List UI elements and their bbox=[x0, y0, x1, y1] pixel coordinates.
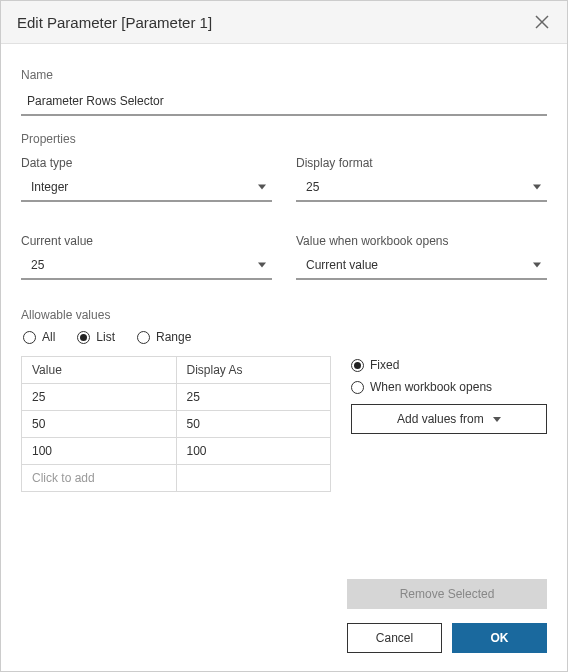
value-when-open-value: Current value bbox=[306, 258, 378, 272]
cell-add[interactable]: Click to add bbox=[22, 465, 177, 492]
dialog-title: Edit Parameter [Parameter 1] bbox=[17, 14, 212, 31]
allowable-radio-group: All List Range bbox=[23, 330, 547, 344]
values-table[interactable]: Value Display As 25 25 50 50 bbox=[21, 356, 331, 492]
cell-value[interactable]: 25 bbox=[22, 384, 177, 411]
titlebar: Edit Parameter [Parameter 1] bbox=[1, 1, 567, 44]
chevron-down-icon bbox=[258, 185, 266, 190]
radio-all[interactable]: All bbox=[23, 330, 55, 344]
dialog-body: Name Properties Data type Integer Displa… bbox=[1, 44, 567, 569]
close-icon[interactable] bbox=[533, 13, 551, 31]
radio-when-open[interactable]: When workbook opens bbox=[351, 380, 547, 394]
col-display: Display As bbox=[176, 357, 331, 384]
data-type-value: Integer bbox=[31, 180, 68, 194]
col-value: Value bbox=[22, 357, 177, 384]
cell-value[interactable]: 100 bbox=[22, 438, 177, 465]
radio-all-label: All bbox=[42, 330, 55, 344]
dialog-footer: Remove Selected Cancel OK bbox=[1, 569, 567, 671]
edit-parameter-dialog: Edit Parameter [Parameter 1] Name Proper… bbox=[0, 0, 568, 672]
chevron-down-icon bbox=[533, 185, 541, 190]
radio-list-label: List bbox=[96, 330, 115, 344]
cell-value[interactable]: 50 bbox=[22, 411, 177, 438]
display-format-value: 25 bbox=[306, 180, 319, 194]
current-value-label: Current value bbox=[21, 234, 272, 248]
cell-display[interactable]: 100 bbox=[176, 438, 331, 465]
properties-label: Properties bbox=[21, 132, 547, 146]
radio-icon bbox=[351, 381, 364, 394]
radio-fixed[interactable]: Fixed bbox=[351, 358, 547, 372]
cancel-button[interactable]: Cancel bbox=[347, 623, 442, 653]
radio-icon bbox=[137, 331, 150, 344]
table-row[interactable]: 50 50 bbox=[22, 411, 331, 438]
ok-button[interactable]: OK bbox=[452, 623, 547, 653]
value-when-open-label: Value when workbook opens bbox=[296, 234, 547, 248]
add-values-from-label: Add values from bbox=[397, 412, 484, 426]
data-type-label: Data type bbox=[21, 156, 272, 170]
name-input[interactable] bbox=[21, 88, 547, 116]
display-format-label: Display format bbox=[296, 156, 547, 170]
radio-icon bbox=[23, 331, 36, 344]
name-label: Name bbox=[21, 68, 547, 82]
data-type-select[interactable]: Integer bbox=[21, 174, 272, 202]
remove-selected-button: Remove Selected bbox=[347, 579, 547, 609]
chevron-down-icon bbox=[533, 263, 541, 268]
current-value-select[interactable]: 25 bbox=[21, 252, 272, 280]
radio-list[interactable]: List bbox=[77, 330, 115, 344]
chevron-down-icon bbox=[258, 263, 266, 268]
radio-fixed-label: Fixed bbox=[370, 358, 399, 372]
cell-empty[interactable] bbox=[176, 465, 331, 492]
radio-range[interactable]: Range bbox=[137, 330, 191, 344]
radio-range-label: Range bbox=[156, 330, 191, 344]
radio-icon bbox=[351, 359, 364, 372]
load-mode-group: Fixed When workbook opens bbox=[351, 358, 547, 394]
table-row[interactable]: 100 100 bbox=[22, 438, 331, 465]
table-row[interactable]: 25 25 bbox=[22, 384, 331, 411]
radio-when-open-label: When workbook opens bbox=[370, 380, 492, 394]
value-when-open-select[interactable]: Current value bbox=[296, 252, 547, 280]
radio-icon bbox=[77, 331, 90, 344]
cell-display[interactable]: 25 bbox=[176, 384, 331, 411]
cell-display[interactable]: 50 bbox=[176, 411, 331, 438]
table-row-add[interactable]: Click to add bbox=[22, 465, 331, 492]
display-format-select[interactable]: 25 bbox=[296, 174, 547, 202]
allowable-label: Allowable values bbox=[21, 308, 547, 322]
values-table-wrap: Value Display As 25 25 50 50 bbox=[21, 356, 331, 492]
current-value-value: 25 bbox=[31, 258, 44, 272]
chevron-down-icon bbox=[493, 417, 501, 422]
add-values-from-button[interactable]: Add values from bbox=[351, 404, 547, 434]
